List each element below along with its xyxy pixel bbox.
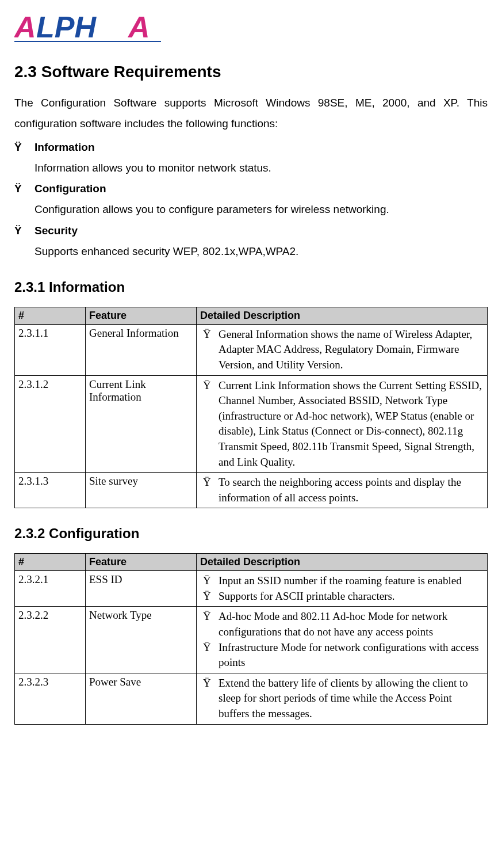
cell-bullet: Ad-hoc Mode and 802.11 Ad-hoc Mode for n… [200,609,484,639]
cell-description: Extend the battery life of clients by al… [197,673,488,724]
feature-security-title: Security [14,220,488,241]
cell-feature: Current Link Information [86,375,197,473]
cell-number: 2.3.2.1 [15,571,86,607]
cell-bullet: Extend the battery life of clients by al… [200,676,484,722]
feature-information-desc: Information allows you to monitor networ… [14,158,488,178]
feature-security-desc: Supports enhanced security WEP, 802.1x,W… [14,241,488,262]
table-row: 2.3.1.3 Site survey To search the neighb… [15,473,488,508]
table-row: 2.3.2.3 Power Save Extend the battery li… [15,673,488,724]
cell-feature: Site survey [86,473,197,508]
features-list: Security [14,220,488,241]
feature-configuration-title: Configuration [14,178,488,199]
th-feature: Feature [86,307,197,324]
table-row: 2.3.2.1 ESS ID Input an SSID number if t… [15,571,488,607]
cell-description: Current Link Information shows the Curre… [197,375,488,473]
heading-2-3: 2.3 Software Requirements [14,63,488,81]
cell-number: 2.3.2.3 [15,673,86,724]
cell-number: 2.3.1.2 [15,375,86,473]
th-description: Detailed Description [197,554,488,571]
cell-number: 2.3.1.3 [15,473,86,508]
cell-description: General Information shows the name of Wi… [197,324,488,375]
cell-description: Ad-hoc Mode and 802.11 Ad-hoc Mode for n… [197,607,488,673]
cell-number: 2.3.1.1 [15,324,86,375]
th-number: # [15,554,86,571]
cell-bullet: Infrastructure Mode for network configur… [200,640,484,671]
cell-feature: Network Type [86,607,197,673]
cell-description: To search the neighboring access points … [197,473,488,508]
features-list: Configuration [14,178,488,199]
intro-paragraph: The Configuration Software supports Micr… [14,93,488,134]
cell-bullet: General Information shows the name of Wi… [200,327,484,373]
features-list: Information [14,137,488,158]
feature-information-title: Information [14,137,488,158]
cell-description: Input an SSID number if the roaming feat… [197,571,488,607]
svg-text:LPH: LPH [36,12,97,43]
table-configuration: # Feature Detailed Description 2.3.2.1 E… [14,553,488,724]
cell-feature: ESS ID [86,571,197,607]
svg-text:A: A [127,12,150,43]
table-row: 2.3.1.2 Current Link Information Current… [15,375,488,473]
cell-bullet: Supports for ASCII printable characters. [200,589,484,604]
cell-bullet: Input an SSID number if the roaming feat… [200,573,484,589]
svg-text:A: A [14,12,36,43]
feature-configuration-desc: Configuration allows you to configure pa… [14,199,488,220]
table-information: # Feature Detailed Description 2.3.1.1 G… [14,307,488,509]
logo: A LPH A [14,12,488,45]
cell-feature: Power Save [86,673,197,724]
heading-2-3-2: 2.3.2 Configuration [14,526,488,542]
th-description: Detailed Description [197,307,488,324]
cell-bullet: Current Link Information shows the Curre… [200,378,484,470]
cell-bullet: To search the neighboring access points … [200,475,484,505]
cell-feature: General Information [86,324,197,375]
cell-number: 2.3.2.2 [15,607,86,673]
heading-2-3-1: 2.3.1 Information [14,279,488,295]
table-row: 2.3.2.2 Network Type Ad-hoc Mode and 802… [15,607,488,673]
th-number: # [15,307,86,324]
table-row: 2.3.1.1 General Information General Info… [15,324,488,375]
th-feature: Feature [86,554,197,571]
